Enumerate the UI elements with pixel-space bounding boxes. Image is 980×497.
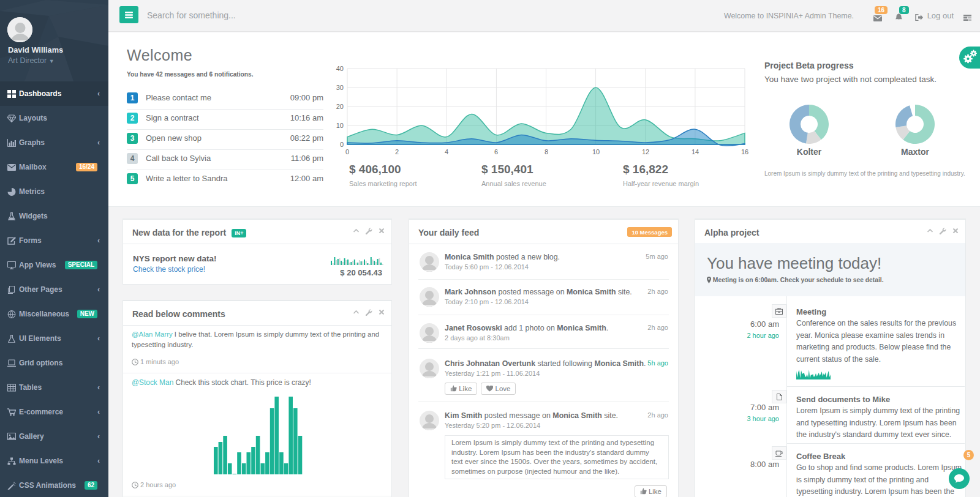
svg-text:6: 6 [494, 148, 498, 155]
svg-text:30: 30 [336, 84, 344, 91]
svg-text:14: 14 [692, 148, 699, 155]
svg-text:4: 4 [445, 148, 448, 155]
svg-text:0: 0 [345, 148, 349, 155]
svg-text:2: 2 [395, 148, 399, 155]
svg-text:10: 10 [336, 122, 344, 129]
svg-text:10: 10 [592, 148, 600, 155]
svg-text:12: 12 [642, 148, 649, 155]
svg-text:16: 16 [741, 148, 748, 155]
svg-text:0: 0 [340, 141, 344, 148]
svg-text:8: 8 [545, 148, 548, 155]
svg-text:20: 20 [336, 103, 344, 110]
svg-text:40: 40 [336, 65, 344, 72]
